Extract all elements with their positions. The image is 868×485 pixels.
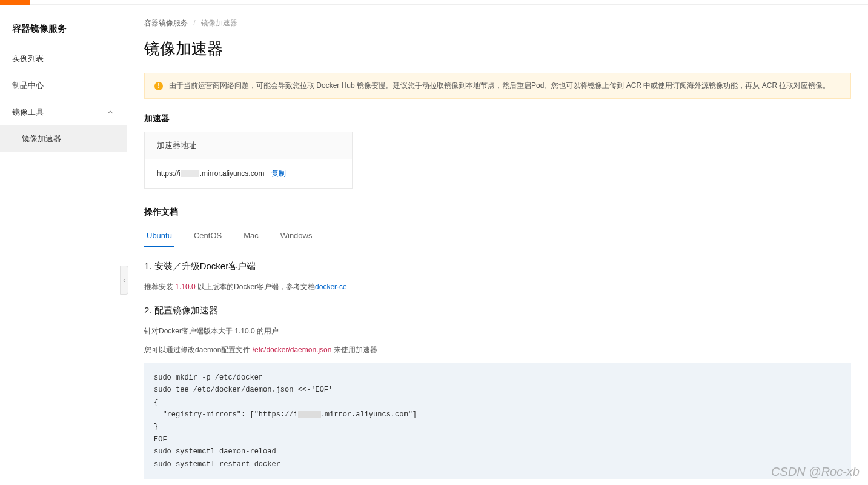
daemon-config-path: /etc/docker/daemon.json: [253, 346, 332, 354]
sidebar-collapse-handle[interactable]: ‹: [120, 266, 128, 295]
warning-alert: ! 由于当前运营商网络问题，可能会导致您拉取 Docker Hub 镜像变慢。建…: [144, 73, 851, 99]
step1-heading: 1. 安装／升级Docker客户端: [144, 261, 851, 272]
sidebar-group-label: 镜像工具: [12, 107, 44, 118]
main-content: ‹ 容器镜像服务 / 镜像加速器 镜像加速器 ! 由于当前运营商网络问题，可能会…: [127, 5, 868, 485]
tab-centos[interactable]: CentOS: [191, 225, 224, 247]
sidebar: 容器镜像服务 实例列表 制品中心 镜像工具 镜像加速器: [0, 5, 127, 485]
warning-icon: !: [154, 82, 163, 90]
accelerator-url-suffix: .mirror.aliyuncs.com: [200, 169, 265, 178]
breadcrumb-root[interactable]: 容器镜像服务: [144, 19, 188, 27]
accelerator-address-box: 加速器地址 https://i.mirror.aliyuncs.com 复制: [144, 132, 353, 189]
accelerator-url-prefix: https://i: [157, 169, 181, 178]
redacted-text: [181, 170, 199, 177]
step2-heading: 2. 配置镜像加速器: [144, 305, 851, 316]
tab-ubuntu[interactable]: Ubuntu: [144, 225, 174, 247]
chevron-up-icon: [106, 108, 114, 116]
code-post: .mirror.aliyuncs.com"] } EOF sudo system…: [154, 410, 417, 469]
accelerator-address-header: 加速器地址: [145, 132, 352, 159]
sidebar-item-mirror-accelerator[interactable]: 镜像加速器: [0, 125, 127, 152]
tab-windows[interactable]: Windows: [278, 225, 315, 247]
copy-button[interactable]: 复制: [271, 169, 286, 178]
breadcrumb-separator: /: [193, 19, 195, 27]
alert-text: 由于当前运营商网络问题，可能会导致您拉取 Docker Hub 镜像变慢。建议您…: [169, 81, 830, 91]
step1-text: 推荐安装 1.10.0 以上版本的Docker客户端，参考文档docker-ce: [144, 281, 851, 294]
tab-mac[interactable]: Mac: [241, 225, 261, 247]
breadcrumb: 容器镜像服务 / 镜像加速器: [144, 18, 851, 28]
redacted-text: [298, 411, 321, 418]
sidebar-group-mirror-tools[interactable]: 镜像工具: [0, 99, 127, 125]
topbar-accent: [0, 0, 30, 5]
step2-text-b: 您可以通过修改daemon配置文件 /etc/docker/daemon.jso…: [144, 344, 851, 357]
topbar: [0, 0, 868, 5]
page-title: 镜像加速器: [144, 38, 851, 59]
sidebar-title: 容器镜像服务: [0, 17, 127, 45]
docker-ce-link[interactable]: docker-ce: [315, 283, 347, 291]
accelerator-section-title: 加速器: [144, 113, 851, 124]
code-block[interactable]: sudo mkdir -p /etc/docker sudo tee /etc/…: [144, 363, 851, 479]
docs-section-title: 操作文档: [144, 207, 851, 218]
docker-version: 1.10.0: [175, 283, 195, 291]
breadcrumb-current: 镜像加速器: [201, 19, 237, 27]
os-tabs: Ubuntu CentOS Mac Windows: [144, 225, 851, 247]
accelerator-address-body: https://i.mirror.aliyuncs.com 复制: [145, 159, 352, 188]
sidebar-item-artifacts[interactable]: 制品中心: [0, 72, 127, 99]
step2-text-a: 针对Docker客户端版本大于 1.10.0 的用户: [144, 325, 851, 338]
sidebar-item-instances[interactable]: 实例列表: [0, 45, 127, 72]
